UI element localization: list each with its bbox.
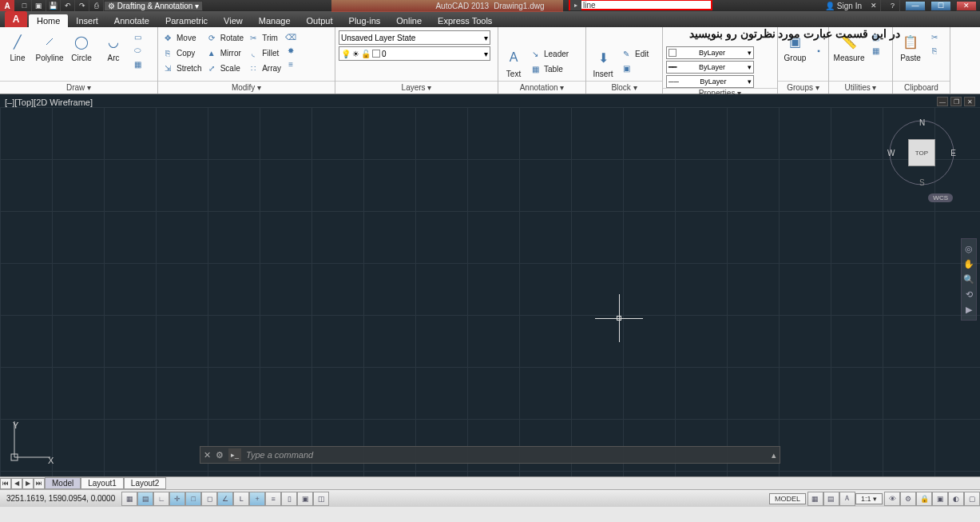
application-menu-button[interactable]: A bbox=[5, 11, 27, 27]
tab-plugins[interactable]: Plug-ins bbox=[341, 14, 389, 27]
color-combo[interactable]: ByLayer▾ bbox=[666, 46, 754, 59]
viewcube-e[interactable]: E bbox=[950, 149, 956, 157]
window-close-button[interactable]: ✕ bbox=[956, 1, 977, 11]
layer-state-combo[interactable]: Unsaved Layer State▾ bbox=[339, 30, 490, 45]
exchange-icon[interactable]: ✕ bbox=[867, 0, 881, 11]
block-edit-button[interactable]: ✎Edit bbox=[620, 46, 649, 61]
viewport-close-button[interactable]: ✕ bbox=[964, 97, 975, 106]
arc-button[interactable]: ◡Arc bbox=[99, 30, 128, 62]
mirror-button[interactable]: ▲Mirror bbox=[205, 46, 244, 60]
snap-toggle[interactable]: ▦ bbox=[121, 492, 137, 506]
lwt-toggle[interactable]: ≡ bbox=[265, 492, 281, 506]
pan-icon[interactable]: ✋ bbox=[963, 259, 974, 269]
clean-screen-icon[interactable]: ▢ bbox=[964, 492, 980, 506]
layout-prev-button[interactable]: ◀ bbox=[11, 478, 22, 489]
layout-next-button[interactable]: ▶ bbox=[22, 478, 34, 489]
tab-insert[interactable]: Insert bbox=[68, 14, 106, 27]
cmdline-close-icon[interactable]: ✕ bbox=[204, 450, 211, 460]
print-icon[interactable]: ⎙ bbox=[89, 0, 104, 11]
wcs-badge[interactable]: WCS bbox=[928, 193, 953, 202]
command-input[interactable]: Type a command bbox=[246, 450, 767, 460]
viewcube-n[interactable]: N bbox=[919, 118, 925, 127]
open-icon[interactable]: ▣ bbox=[32, 0, 46, 11]
steering-wheel-icon[interactable]: ◎ bbox=[965, 244, 973, 254]
viewport-minimize-button[interactable]: — bbox=[937, 97, 948, 106]
help-icon[interactable]: ? bbox=[886, 0, 900, 11]
osnap-toggle[interactable]: □ bbox=[185, 492, 201, 506]
line-button[interactable]: ╱Line bbox=[3, 30, 32, 62]
table-button[interactable]: ▦Table bbox=[529, 62, 569, 76]
annoscale-icon[interactable]: Ａ bbox=[839, 492, 855, 506]
panel-title-block[interactable]: Block ▾ bbox=[586, 81, 662, 94]
copy-clip-icon[interactable]: ⎘ bbox=[928, 44, 941, 57]
hardware-accel-icon[interactable]: ▣ bbox=[932, 492, 948, 506]
cmdline-customize-icon[interactable]: ⚙ bbox=[216, 450, 224, 460]
erase-icon[interactable]: ⌫ bbox=[284, 30, 297, 43]
viewport-restore-button[interactable]: ❐ bbox=[950, 97, 962, 106]
panel-title-layers[interactable]: Layers ▾ bbox=[335, 81, 498, 94]
window-maximize-button[interactable]: ☐ bbox=[930, 1, 951, 11]
toolbar-lock-icon[interactable]: 🔒 bbox=[916, 492, 932, 506]
panel-title-draw[interactable]: Draw ▾ bbox=[0, 81, 157, 94]
polar-toggle[interactable]: ✛ bbox=[169, 492, 185, 506]
annotation-visibility-icon[interactable]: 👁 bbox=[884, 492, 900, 506]
rotate-button[interactable]: ⟳Rotate bbox=[205, 30, 244, 45]
layout-tab-layout1[interactable]: Layout1 bbox=[81, 477, 124, 489]
circle-button[interactable]: ◯Circle bbox=[67, 30, 96, 62]
tab-output[interactable]: Output bbox=[299, 14, 341, 27]
workspace-switch-icon[interactable]: ⚙ bbox=[900, 492, 916, 506]
drawing-area[interactable]: [–][Top][2D Wireframe] — ❐ ✕ Y X TOP N S… bbox=[0, 94, 980, 476]
tab-annotate[interactable]: Annotate bbox=[106, 14, 157, 27]
lineweight-combo[interactable]: ━━ByLayer▾ bbox=[666, 61, 754, 74]
new-icon[interactable]: □ bbox=[18, 0, 32, 11]
panel-title-modify[interactable]: Modify ▾ bbox=[158, 81, 335, 94]
polyline-button[interactable]: ⟋Polyline bbox=[35, 30, 64, 62]
layout-last-button[interactable]: ⏭ bbox=[34, 478, 45, 489]
cut-icon[interactable]: ✂ bbox=[928, 30, 941, 43]
dyn-toggle[interactable]: + bbox=[249, 492, 265, 506]
save-icon[interactable]: 💾 bbox=[46, 0, 61, 11]
redo-icon[interactable]: ↷ bbox=[75, 0, 89, 11]
scale-readout[interactable]: 1:1 ▾ bbox=[855, 493, 883, 504]
modelspace-toggle[interactable]: MODEL bbox=[769, 493, 806, 504]
insert-button[interactable]: ⬇Insert bbox=[589, 46, 617, 78]
viewcube-top-face[interactable]: TOP bbox=[908, 139, 935, 166]
viewcube-w[interactable]: W bbox=[887, 149, 895, 157]
otrack-toggle[interactable]: ∠ bbox=[217, 492, 233, 506]
panel-title-utilities[interactable]: Utilities ▾ bbox=[829, 81, 892, 94]
rectangle-icon[interactable]: ▭ bbox=[131, 30, 144, 43]
group-edit-icon[interactable]: ▪ bbox=[812, 44, 825, 57]
tpy-toggle[interactable]: ▯ bbox=[281, 492, 297, 506]
fillet-button[interactable]: ◟Fillet bbox=[247, 46, 281, 60]
layout-first-button[interactable]: ⏮ bbox=[0, 478, 11, 489]
cmdline-history-icon[interactable]: ▴ bbox=[772, 450, 776, 460]
viewport-label[interactable]: [–][Top][2D Wireframe] bbox=[5, 98, 93, 107]
ducs-toggle[interactable]: L bbox=[233, 492, 249, 506]
tab-manage[interactable]: Manage bbox=[251, 14, 299, 27]
grid-toggle[interactable]: ▤ bbox=[137, 492, 153, 506]
hatch-icon[interactable]: ▦ bbox=[131, 58, 144, 70]
panel-title-annotation[interactable]: Annotation ▾ bbox=[498, 81, 585, 94]
ellipse-icon[interactable]: ⬭ bbox=[131, 44, 144, 57]
viewcube[interactable]: TOP N S E W bbox=[886, 117, 958, 189]
qp-toggle[interactable]: ▣ bbox=[297, 492, 313, 506]
trim-button[interactable]: ✂Trim bbox=[247, 30, 281, 45]
leader-button[interactable]: ↘Leader bbox=[529, 46, 569, 61]
block-create-icon[interactable]: ▣ bbox=[620, 62, 633, 74]
coordinates-readout[interactable]: 3251.1619, 1590.0954, 0.0000 bbox=[0, 494, 121, 503]
tab-parametric[interactable]: Parametric bbox=[157, 14, 216, 27]
array-button[interactable]: ∷Array bbox=[247, 61, 281, 75]
sc-toggle[interactable]: ◫ bbox=[313, 492, 329, 506]
workspace-selector[interactable]: ⚙ Drafting & Annotation ▾ bbox=[104, 1, 203, 11]
3dosnap-toggle[interactable]: ◻ bbox=[201, 492, 217, 506]
scale-button[interactable]: ⤢Scale bbox=[205, 61, 244, 75]
command-line[interactable]: ✕ ⚙ ▸_ Type a command ▴ bbox=[200, 446, 780, 464]
layout-tab-layout2[interactable]: Layout2 bbox=[124, 477, 167, 489]
copy-button[interactable]: ⎘Copy bbox=[161, 46, 202, 60]
window-minimize-button[interactable]: — bbox=[905, 1, 926, 11]
help-search-input[interactable]: ▸line bbox=[569, 0, 712, 10]
ortho-toggle[interactable]: ∟ bbox=[153, 492, 169, 506]
layer-current-combo[interactable]: 💡 ☀ 🔓 0▾ bbox=[339, 46, 490, 61]
stretch-button[interactable]: ⇲Stretch bbox=[161, 61, 202, 75]
explode-icon[interactable]: ✸ bbox=[284, 44, 297, 57]
